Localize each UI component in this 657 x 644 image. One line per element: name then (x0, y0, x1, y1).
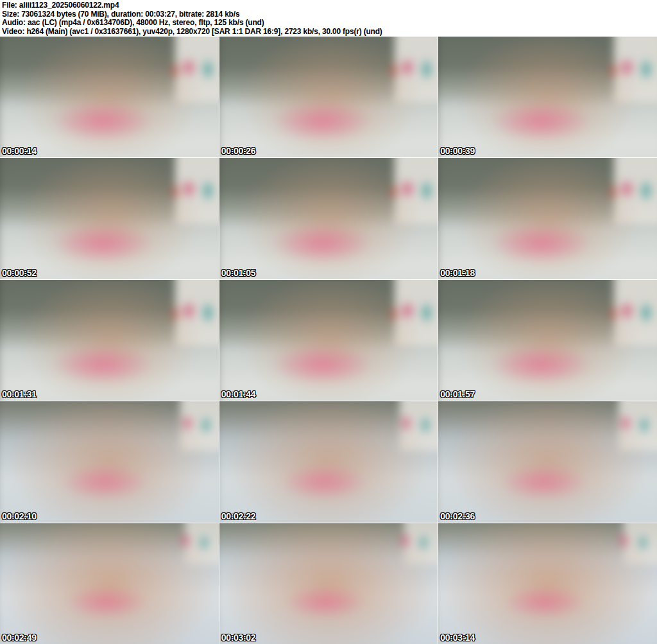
frame-image (0, 37, 219, 157)
video-thumbnail[interactable]: 00:01:05 (219, 158, 438, 279)
timestamp-overlay: 00:03:02 (221, 632, 256, 643)
frame-image (438, 37, 657, 157)
video-thumbnail[interactable]: 00:02:36 (438, 401, 657, 522)
timestamp-overlay: 00:02:10 (2, 511, 37, 521)
timestamp-overlay: 00:02:36 (440, 511, 475, 521)
frame-image (0, 523, 219, 644)
frame-image (438, 401, 657, 522)
frame-image (219, 401, 438, 522)
timestamp-overlay: 00:02:22 (221, 511, 256, 521)
frame-image (438, 280, 657, 401)
video-thumbnail[interactable]: 00:00:26 (219, 37, 438, 157)
frame-image (219, 280, 438, 401)
video-thumbnail[interactable]: 00:01:44 (219, 280, 438, 401)
timestamp-overlay: 00:00:52 (2, 268, 37, 278)
timestamp-overlay: 00:00:26 (221, 146, 256, 156)
video-thumbnail[interactable]: 00:02:49 (0, 523, 219, 644)
video-thumbnail[interactable]: 00:01:57 (438, 280, 657, 401)
frame-image (0, 158, 219, 279)
file-name-line: File: aliii1123_202506060122.mp4 (2, 1, 657, 10)
frame-image (0, 280, 219, 401)
timestamp-overlay: 00:02:49 (2, 632, 37, 643)
frame-image (219, 523, 438, 644)
video-thumbnail[interactable]: 00:01:18 (438, 158, 657, 279)
frame-image (219, 158, 438, 279)
thumbnail-grid: 00:00:14 00:00:26 00:00:39 00:00:52 00:0… (0, 37, 657, 644)
timestamp-overlay: 00:01:44 (221, 389, 256, 399)
timestamp-overlay: 00:01:31 (2, 389, 37, 399)
video-info-line: Video: h264 (Main) (avc1 / 0x31637661), … (2, 28, 657, 37)
frame-image (438, 523, 657, 644)
timestamp-overlay: 00:00:39 (440, 146, 475, 156)
metadata-header: File: aliii1123_202506060122.mp4 Size: 7… (0, 0, 657, 37)
audio-info-line: Audio: aac (LC) (mp4a / 0x6134706D), 480… (2, 19, 657, 28)
video-thumbnail[interactable]: 00:03:02 (219, 523, 438, 644)
file-size-line: Size: 73061324 bytes (70 MiB), duration:… (2, 10, 657, 19)
frame-image (0, 401, 219, 522)
timestamp-overlay: 00:01:18 (440, 268, 475, 278)
timestamp-overlay: 00:01:57 (440, 389, 475, 399)
frame-image (438, 158, 657, 279)
video-contact-sheet: File: aliii1123_202506060122.mp4 Size: 7… (0, 0, 657, 644)
video-thumbnail[interactable]: 00:02:22 (219, 401, 438, 522)
timestamp-overlay: 00:00:14 (2, 146, 37, 156)
frame-image (219, 37, 438, 157)
video-thumbnail[interactable]: 00:00:39 (438, 37, 657, 157)
video-thumbnail[interactable]: 00:00:52 (0, 158, 219, 279)
video-thumbnail[interactable]: 00:00:14 (0, 37, 219, 157)
video-thumbnail[interactable]: 00:03:14 (438, 523, 657, 644)
video-thumbnail[interactable]: 00:01:31 (0, 280, 219, 401)
timestamp-overlay: 00:03:14 (440, 632, 475, 643)
timestamp-overlay: 00:01:05 (221, 268, 256, 278)
video-thumbnail[interactable]: 00:02:10 (0, 401, 219, 522)
